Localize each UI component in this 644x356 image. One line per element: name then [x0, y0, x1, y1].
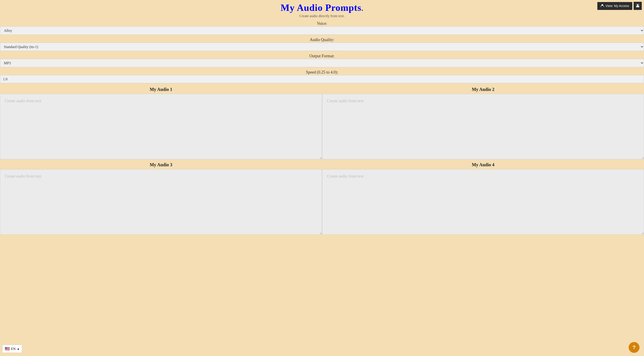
audio-panel-2: My Audio 2 — [322, 84, 644, 159]
audio-panel-4: My Audio 4 — [322, 159, 644, 235]
audio-quality-section: Audio Quality: Standard Quality (tts-1) … — [0, 36, 644, 52]
audio-panel-4-title: My Audio 4 — [322, 160, 644, 169]
panel-2-title-text: My Audio 2 — [472, 87, 494, 92]
help-button[interactable]: ? — [629, 342, 640, 353]
speed-section: Speed (0.25 to 4.0): — [0, 68, 644, 84]
flag-icon: 🇺🇸 — [5, 346, 10, 351]
audio-panel-1-title: My Audio 1 — [0, 84, 322, 94]
view-access-label: View: My Access — [606, 4, 629, 8]
help-label: ? — [632, 344, 636, 350]
audio-textarea-2[interactable] — [322, 94, 644, 159]
speed-label: Speed (0.25 to 4.0): — [0, 70, 644, 75]
language-selector[interactable]: 🇺🇸 EN ▲ — [2, 345, 22, 353]
chevron-up-icon: ▲ — [17, 347, 20, 350]
voice-label: Voice: — [0, 21, 644, 26]
output-format-select[interactable]: MP3 OPUS AAC FLAC WAV PCM — [0, 59, 644, 67]
panel-4-title-text: My Audio 4 — [472, 162, 494, 167]
panel-3-title-text: My Audio 3 — [150, 162, 172, 167]
audio-quality-select[interactable]: Standard Quality (tts-1) HD Quality (tts… — [0, 43, 644, 51]
svg-point-5 — [637, 4, 638, 6]
output-format-label: Output Format: — [0, 54, 644, 59]
voice-section: Voice: Alloy Echo Fable Onyx Nova Shimme… — [0, 20, 644, 36]
output-format-section: Output Format: MP3 OPUS AAC FLAC WAV PCM — [0, 52, 644, 68]
audio-panel-2-title: My Audio 2 — [322, 84, 644, 94]
audio-textarea-4[interactable] — [322, 169, 644, 235]
page-subtitle: Create audio directly from text. — [0, 14, 644, 18]
avatar-icon — [636, 3, 640, 9]
language-code: EN — [11, 347, 16, 351]
page-header: My Audio Prompts. Create audio directly … — [0, 0, 644, 20]
user-avatar-button[interactable] — [634, 2, 642, 10]
user-icon — [600, 4, 604, 8]
speed-input[interactable] — [0, 75, 644, 83]
page-title: My Audio Prompts. — [0, 2, 644, 13]
audio-panel-3-title: My Audio 3 — [0, 160, 322, 169]
audio-panel-1: My Audio 1 — [0, 84, 322, 159]
audio-textarea-1[interactable] — [0, 94, 322, 159]
audio-panels-grid: My Audio 1 My Audio 2 My Audio 3 My Audi… — [0, 84, 644, 235]
audio-panel-3: My Audio 3 — [0, 159, 322, 235]
audio-quality-label: Audio Quality: — [0, 38, 644, 42]
title-suffix: . — [362, 4, 364, 13]
voice-select[interactable]: Alloy Echo Fable Onyx Nova Shimmer — [0, 27, 644, 35]
title-text: My Audio Prompts — [280, 3, 361, 13]
view-access-button[interactable]: View: My Access — [597, 2, 632, 10]
top-right-actions: View: My Access — [597, 2, 642, 10]
audio-textarea-3[interactable] — [0, 169, 322, 235]
panel-1-title-text: My Audio 1 — [150, 87, 172, 92]
